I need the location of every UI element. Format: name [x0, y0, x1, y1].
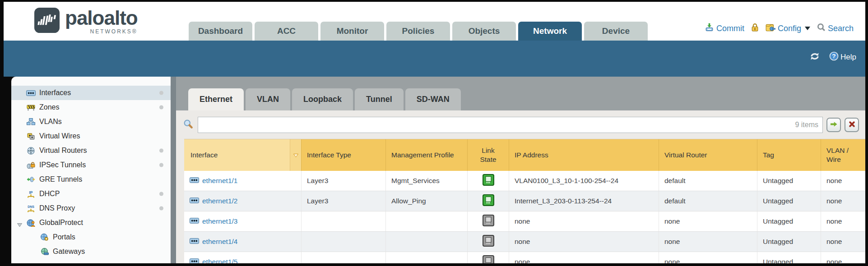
- table-row: ethernet1/2Layer3Allow_PingInternet_L3_2…: [184, 191, 865, 211]
- sort-dropdown-button[interactable]: [290, 139, 301, 171]
- brand-wordmark: paloalto NETWORKS®: [65, 8, 138, 35]
- item-menu-dot[interactable]: [159, 163, 163, 167]
- interface-link[interactable]: ethernet1/3: [202, 217, 237, 225]
- brand-name: paloalto: [65, 8, 138, 28]
- item-menu-dot[interactable]: [159, 149, 163, 153]
- subtab-tunnel[interactable]: Tunnel: [355, 88, 404, 110]
- clear-filter-button[interactable]: [845, 118, 859, 132]
- help-icon: ?: [829, 51, 839, 63]
- dhcp-icon: IP: [26, 190, 36, 198]
- subtab-loopback[interactable]: Loopback: [292, 88, 353, 110]
- nav-tab-objects[interactable]: Objects: [452, 22, 516, 41]
- nav-tab-device[interactable]: Device: [584, 22, 648, 41]
- sidebar-item-zones[interactable]: Zones: [11, 100, 171, 115]
- column-header-vlan-wire[interactable]: VLAN / Wire: [821, 139, 865, 171]
- cell-text: none: [515, 238, 530, 246]
- app-window: paloalto NETWORKS® DashboardACCMonitorPo…: [0, 0, 868, 266]
- items-count: 9 items: [795, 121, 818, 129]
- sidebar-item-ipsec-tunnels[interactable]: IPSec Tunnels: [11, 158, 171, 172]
- search-button[interactable]: Search: [817, 23, 854, 34]
- commit-label: Commit: [716, 24, 744, 33]
- interface-type-tabs: EthernetVLANLoopbackTunnelSD-WAN: [176, 77, 865, 110]
- interface-link[interactable]: ethernet1/1: [202, 177, 237, 185]
- lock-button[interactable]: [751, 23, 759, 34]
- filter-input[interactable]: [198, 117, 823, 133]
- commit-button[interactable]: Commit: [705, 23, 744, 34]
- interface-link[interactable]: ethernet1/4: [202, 238, 237, 246]
- column-header-interface[interactable]: Interface: [184, 139, 302, 171]
- svg-text:?: ?: [832, 53, 836, 60]
- sidebar-item-label: Zones: [39, 103, 59, 111]
- cell-ip: Internet_L3_203-0-113-254--24: [509, 191, 659, 211]
- item-menu-dot[interactable]: [159, 91, 163, 95]
- cell-interface: ethernet1/4: [184, 232, 302, 252]
- nav-tab-network[interactable]: Network: [518, 22, 582, 41]
- zones-icon: [26, 104, 36, 111]
- table-row: ethernet1/5nonenoneUntaggednone: [184, 252, 865, 263]
- apply-filter-button[interactable]: [826, 118, 841, 132]
- interface-icon: [190, 258, 199, 263]
- column-header-link-state[interactable]: Link State: [468, 139, 509, 171]
- interface-link[interactable]: ethernet1/2: [202, 197, 237, 205]
- nav-tab-policies[interactable]: Policies: [386, 22, 450, 41]
- lock-icon: [751, 23, 759, 34]
- interface-link[interactable]: ethernet1/5: [202, 258, 237, 263]
- table-row: ethernet1/1Layer3Mgmt_ServicesVLAN0100_L…: [184, 171, 865, 191]
- item-menu-dot[interactable]: [159, 206, 163, 211]
- column-header-interface-type[interactable]: Interface Type: [302, 139, 386, 171]
- link-state-down-icon: [483, 255, 494, 263]
- gateways-icon: [39, 248, 49, 255]
- cell-tag: Untagged: [757, 211, 821, 231]
- column-header-virtual-router[interactable]: Virtual Router: [659, 139, 757, 171]
- item-menu-dot[interactable]: [159, 192, 163, 196]
- sidebar-item-globalprotect[interactable]: GlobalProtect: [11, 216, 171, 230]
- commit-icon: [705, 23, 714, 34]
- paloalto-logo-icon: [34, 8, 60, 35]
- cell-tag: Untagged: [757, 232, 821, 252]
- cell-ip: none: [509, 252, 659, 263]
- sidebar-item-vlans[interactable]: VLANs: [11, 115, 171, 129]
- column-header-ip-address[interactable]: IP Address: [509, 139, 659, 171]
- nav-tab-monitor[interactable]: Monitor: [320, 22, 384, 41]
- sidebar-item-portals[interactable]: Portals: [11, 230, 171, 244]
- virtual-routers-icon: [26, 147, 36, 155]
- cell-text: Untagged: [763, 197, 793, 205]
- cell-tag: Untagged: [757, 171, 821, 191]
- sidebar-item-gre-tunnels[interactable]: GRE Tunnels: [11, 172, 171, 187]
- subtab-sd-wan[interactable]: SD-WAN: [405, 88, 461, 110]
- sidebar-item-virtual-routers[interactable]: Virtual Routers: [11, 143, 171, 158]
- cell-mgmt_profile: Mgmt_Services: [386, 171, 468, 191]
- sidebar-item-virtual-wires[interactable]: Virtual Wires: [11, 129, 171, 143]
- content-region: InterfacesZonesVLANsVirtual WiresVirtual…: [4, 77, 865, 263]
- subtab-ethernet[interactable]: Ethernet: [188, 88, 244, 110]
- cell-mgmt_profile: [386, 211, 468, 231]
- sidebar-item-gateways[interactable]: Gateways: [11, 244, 171, 259]
- sidebar-item-interfaces[interactable]: Interfaces: [11, 86, 171, 100]
- column-header-label: Virtual Router: [664, 151, 707, 159]
- subtab-vlan[interactable]: VLAN: [246, 88, 290, 110]
- column-header-management-profile[interactable]: Management Profile: [386, 139, 468, 171]
- expander-icon[interactable]: [17, 221, 22, 229]
- cell-text: Mgmt_Services: [391, 177, 440, 185]
- refresh-icon[interactable]: [809, 52, 820, 63]
- cell-text: default: [664, 197, 686, 205]
- sidebar-item-dns-proxy[interactable]: DNSDNS Proxy: [11, 201, 171, 216]
- cell-text: Internet_L3_203-0-113-254--24: [515, 197, 612, 205]
- nav-tab-acc[interactable]: ACC: [255, 22, 318, 41]
- help-button[interactable]: ? Help: [829, 51, 856, 63]
- sidebar-item-dhcp[interactable]: IPDHCP: [11, 187, 171, 201]
- table-row: ethernet1/4nonenoneUntaggednone: [184, 232, 865, 252]
- sidebar-item-label: DHCP: [39, 190, 60, 198]
- ipsec-tunnels-icon: [26, 162, 36, 169]
- config-menu[interactable]: Config: [766, 23, 810, 34]
- globalprotect-icon: [26, 219, 36, 227]
- cell-vr: none: [659, 211, 757, 231]
- nav-tab-dashboard[interactable]: Dashboard: [189, 22, 252, 41]
- config-icon: [766, 23, 775, 34]
- column-header-tag[interactable]: Tag: [757, 139, 821, 171]
- cell-ip: none: [509, 232, 659, 252]
- interface-icon: [190, 217, 199, 225]
- interface-icon: [190, 197, 199, 205]
- virtual-wires-icon: [26, 133, 36, 140]
- item-menu-dot[interactable]: [159, 105, 163, 110]
